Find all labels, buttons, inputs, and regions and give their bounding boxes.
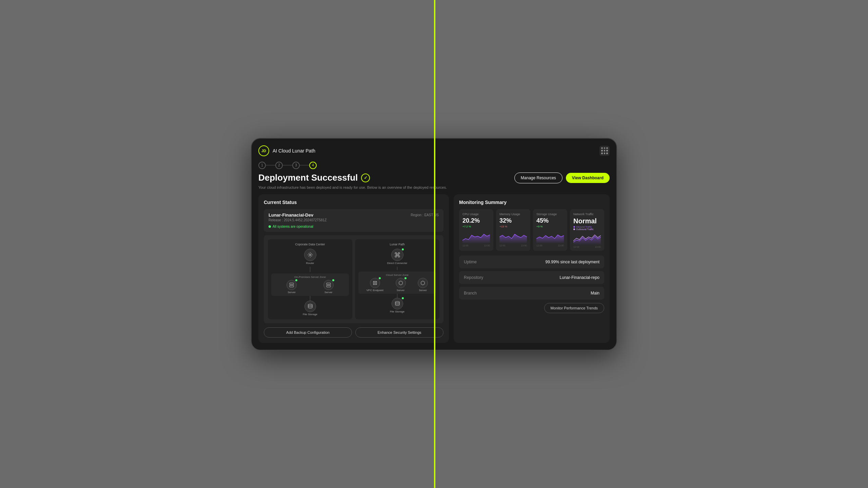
cpu-chart-times: 12:00 13:00 xyxy=(462,244,490,247)
svg-point-5 xyxy=(308,304,312,305)
cpu-label: CPU Usage xyxy=(462,212,490,216)
svg-point-0 xyxy=(309,254,311,256)
vertical-divider xyxy=(434,0,435,488)
grid-dot xyxy=(604,150,606,151)
outbound-dot xyxy=(573,228,575,230)
grid-dot xyxy=(606,147,608,149)
svg-point-6 xyxy=(395,301,399,303)
step-connector xyxy=(266,165,275,165)
branch-row: Branch Main xyxy=(459,287,604,300)
server1-status-dot xyxy=(295,279,297,281)
service-card: Lunar-Finanacial-Dev Release : 2024.5.44… xyxy=(264,209,443,232)
server2-icon xyxy=(323,280,334,290)
cpu-metric-card: CPU Usage 20.2% +7.2 % xyxy=(459,209,493,251)
network-chart xyxy=(573,231,601,245)
cloud-zone-title: Cloud Server Zone xyxy=(360,273,434,277)
status-badge: All systems are operational xyxy=(269,225,439,228)
left-zone: Coporate Data Center Router xyxy=(268,239,352,319)
router-label: Router xyxy=(306,262,314,265)
grid-dot xyxy=(604,147,606,149)
action-buttons: Manage Resources View Dashboard xyxy=(514,172,610,183)
direct-connector-label: Direct Connecter xyxy=(387,262,407,265)
deployment-title-text: Deployment Successful xyxy=(258,172,358,183)
grid-dot xyxy=(601,152,603,154)
memory-change: +13 % xyxy=(499,225,527,228)
add-backup-button[interactable]: Add Backup Configuration xyxy=(264,327,352,338)
step-2: 2 xyxy=(275,162,283,169)
svg-rect-4 xyxy=(327,285,331,287)
left-zone-title: Coporate Data Center xyxy=(271,243,349,246)
storage-metric-card: Storage Usage 45% +9 % xyxy=(533,209,567,251)
legend-outbound: Outbound Traffic xyxy=(573,228,601,230)
server1-icon xyxy=(287,280,297,290)
server4-icon xyxy=(418,278,428,288)
enhance-security-button[interactable]: Enhance Security Settings xyxy=(355,327,443,338)
direct-connector-icon xyxy=(391,249,403,261)
cpu-change: +7.2 % xyxy=(462,225,490,228)
uptime-label: Uptime xyxy=(464,260,477,264)
storage-change: +9 % xyxy=(536,225,564,228)
metrics-grid: CPU Usage 20.2% +7.2 % xyxy=(459,209,604,251)
storage-chart xyxy=(536,230,564,244)
step-1: 1 xyxy=(258,162,266,169)
vpc-label: VPC Endpoint xyxy=(367,289,383,292)
network-metric-card: Network Traffic Normal Inbound Traffic O… xyxy=(570,209,604,251)
grid-dot xyxy=(601,150,603,151)
storage-value: 45% xyxy=(536,217,564,224)
server1-label: Server xyxy=(288,291,296,294)
memory-metric-card: Memory Usage 32% +13 % xyxy=(496,209,530,251)
step-4-active: 4 xyxy=(309,162,317,169)
current-status-panel: Current Status Lunar-Finanacial-Dev Rele… xyxy=(258,194,449,343)
deployment-title-group: Deployment Successful ✓ xyxy=(258,172,370,183)
grid-menu-button[interactable] xyxy=(599,146,610,156)
cpu-chart xyxy=(462,230,490,244)
svg-rect-2 xyxy=(290,285,294,287)
inbound-label: Inbound Traffic xyxy=(576,226,592,228)
app-title: AI Cloud Lunar Path xyxy=(273,148,315,154)
server3-icon xyxy=(396,278,406,288)
architecture-diagram: Coporate Data Center Router xyxy=(264,235,443,323)
memory-chart xyxy=(499,230,527,244)
storage2-status-dot xyxy=(402,297,404,299)
svg-rect-1 xyxy=(290,283,294,285)
service-release: Release : 2024.5.4452.2024072T581Z xyxy=(269,218,327,222)
server3-label: Server xyxy=(397,289,405,292)
storage-label: Storage Usage xyxy=(536,212,564,216)
service-name: Lunar-Finanacial-Dev xyxy=(269,212,327,218)
network-value: Normal xyxy=(573,217,601,225)
monitor-performance-button[interactable]: Monitor Performance Trends xyxy=(544,303,604,313)
uptime-row: Uptime 99.99% since last deployment xyxy=(459,256,604,268)
monitor-btn-row: Monitor Performance Trends xyxy=(459,303,604,313)
memory-value: 32% xyxy=(499,217,527,224)
view-dashboard-button[interactable]: View Dashboard xyxy=(566,173,610,183)
on-premises-zone: On-Premises Server Zone Server xyxy=(271,273,349,296)
status-panel-title: Current Status xyxy=(264,200,443,205)
network-label: Network Traffic xyxy=(573,212,601,216)
grid-dot xyxy=(606,150,608,151)
step-connector xyxy=(300,165,309,165)
uptime-value: 99.99% since last deployment xyxy=(546,260,599,264)
monitoring-title: Monitoring Summary xyxy=(459,200,604,205)
cpu-value: 20.2% xyxy=(462,217,490,224)
right-zone: Lunar Path Direct Connecter xyxy=(355,239,439,319)
check-icon: ✓ xyxy=(361,174,370,182)
svg-rect-3 xyxy=(327,283,331,285)
right-zone-title: Lunar Path xyxy=(358,243,436,246)
server2-status-dot xyxy=(332,279,334,281)
app-logo: JD xyxy=(258,145,269,156)
status-dot xyxy=(269,225,271,228)
file-storage2-icon xyxy=(392,298,403,309)
grid-dot xyxy=(601,147,603,149)
server3-status-dot xyxy=(405,277,407,279)
on-premises-title: On-Premises Server Zone xyxy=(273,276,347,279)
file-storage2-label: File Storage xyxy=(390,310,405,313)
repository-label: Repository xyxy=(464,275,483,280)
manage-resources-button[interactable]: Manage Resources xyxy=(514,172,563,183)
network-legend: Inbound Traffic Outbound Traffic xyxy=(573,226,601,230)
branch-value: Main xyxy=(591,291,599,296)
storage-chart-times: 12:00 13:00 xyxy=(536,244,564,247)
vpc-icon xyxy=(370,278,380,288)
repository-row: Repository Lunar-Finanacial-repo xyxy=(459,271,604,284)
file-storage1-icon xyxy=(304,301,316,312)
inbound-dot xyxy=(573,226,575,228)
